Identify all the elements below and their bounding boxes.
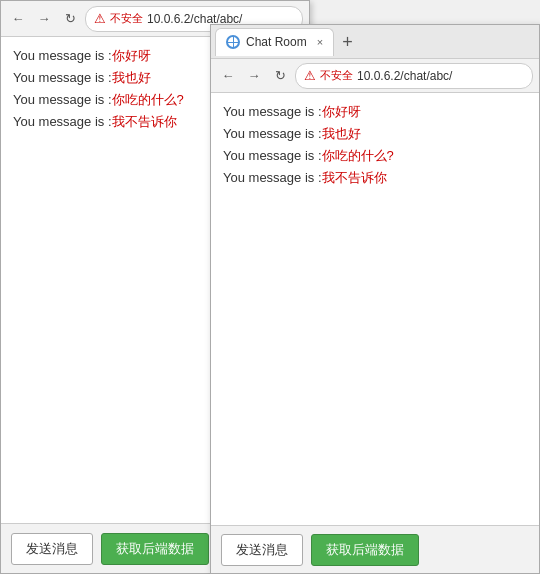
fg-tab-chat-room[interactable]: Chat Room × — [215, 28, 334, 56]
fg-tab-title: Chat Room — [246, 35, 307, 49]
bg-msg-chinese-3: 你吃的什么? — [112, 92, 184, 107]
fg-msg-chinese-2: 我也好 — [322, 126, 361, 141]
fg-reload-button[interactable]: ↻ — [269, 65, 291, 87]
fg-fetch-button[interactable]: 获取后端数据 — [311, 534, 419, 566]
bg-msg-chinese-1: 你好呀 — [112, 48, 151, 63]
fg-toolbar: ← → ↻ ⚠ 不安全 10.0.6.2/chat/abc/ — [211, 59, 539, 93]
fg-tab-bar: Chat Room × + — [211, 25, 539, 59]
fg-msg-chinese-3: 你吃的什么? — [322, 148, 394, 163]
fg-msg-chinese-1: 你好呀 — [322, 104, 361, 119]
bg-warning-icon: ⚠ — [94, 11, 106, 26]
fg-forward-button[interactable]: → — [243, 65, 265, 87]
bg-fetch-button[interactable]: 获取后端数据 — [101, 533, 209, 565]
bg-not-secure-label: 不安全 — [110, 11, 143, 26]
bg-msg-chinese-2: 我也好 — [112, 70, 151, 85]
fg-send-button[interactable]: 发送消息 — [221, 534, 303, 566]
bg-msg-chinese-4: 我不告诉你 — [112, 114, 177, 129]
fg-bottom-bar: 发送消息 获取后端数据 — [211, 525, 539, 573]
fg-msg-chinese-4: 我不告诉你 — [322, 170, 387, 185]
fg-tab-globe-icon — [226, 35, 240, 49]
bg-send-button[interactable]: 发送消息 — [11, 533, 93, 565]
fg-not-secure-label: 不安全 — [320, 68, 353, 83]
bg-reload-button[interactable]: ↻ — [59, 8, 81, 30]
fg-message-2: You message is :我也好 — [223, 125, 527, 143]
fg-back-button[interactable]: ← — [217, 65, 239, 87]
fg-page-content: You message is :你好呀 You message is :我也好 … — [211, 93, 539, 527]
bg-msg-prefix-2: You message is : — [13, 70, 112, 85]
fg-message-1: You message is :你好呀 — [223, 103, 527, 121]
bg-msg-prefix-3: You message is : — [13, 92, 112, 107]
fg-message-3: You message is :你吃的什么? — [223, 147, 527, 165]
fg-msg-prefix-3: You message is : — [223, 148, 322, 163]
bg-back-button[interactable]: ← — [7, 8, 29, 30]
fg-msg-prefix-1: You message is : — [223, 104, 322, 119]
bg-msg-prefix-1: You message is : — [13, 48, 112, 63]
fg-new-tab-button[interactable]: + — [336, 33, 359, 51]
fg-url-text: 10.0.6.2/chat/abc/ — [357, 69, 452, 83]
fg-msg-prefix-2: You message is : — [223, 126, 322, 141]
bg-forward-button[interactable]: → — [33, 8, 55, 30]
fg-address-bar[interactable]: ⚠ 不安全 10.0.6.2/chat/abc/ — [295, 63, 533, 89]
fg-msg-prefix-4: You message is : — [223, 170, 322, 185]
fg-tab-close-icon[interactable]: × — [317, 36, 323, 48]
fg-message-4: You message is :我不告诉你 — [223, 169, 527, 187]
fg-warning-icon: ⚠ — [304, 68, 316, 83]
bg-msg-prefix-4: You message is : — [13, 114, 112, 129]
foreground-browser: Chat Room × + ← → ↻ ⚠ 不安全 10.0.6.2/chat/… — [210, 24, 540, 574]
